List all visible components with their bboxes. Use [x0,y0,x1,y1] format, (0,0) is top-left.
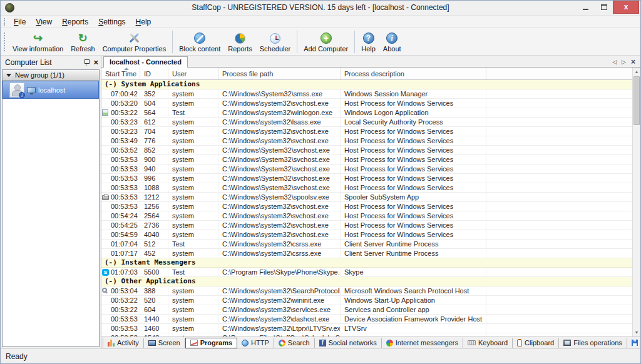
menu-settings[interactable]: Settings [93,16,130,28]
process-row[interactable]: 00:53:23704systemC:\Windows\system32\svc… [101,127,632,136]
maximize-button[interactable] [595,1,613,14]
group-header-row[interactable]: (-) Other Applications [101,277,632,286]
id-cell: 900 [140,155,168,164]
scheduler-icon [270,33,280,44]
scroll-up-icon[interactable] [633,68,640,76]
process-row[interactable]: 00:53:22564TestC:\Windows\system32\winlo… [101,108,632,118]
process-row[interactable]: 00:53:531212systemC:\Windows\System32\sp… [101,193,632,202]
process-row[interactable]: 00:53:22520systemC:\Windows\system32\win… [101,296,632,305]
path-cell: C:\Windows\System32\svchost.exe [218,155,341,164]
column-header-start-time[interactable]: Start Time [101,68,140,79]
column-header-description[interactable]: Process description [341,68,486,79]
scrollbar-thumb[interactable] [633,76,640,125]
tab-activity[interactable]: Activity [103,338,144,348]
menu-help[interactable]: Help [131,16,156,28]
process-row[interactable]: 00:53:22604systemC:\Windows\system32\ser… [101,305,632,315]
tab-programs[interactable]: Programs [185,338,237,348]
tab-clipboard[interactable]: Clipboard [513,338,559,348]
process-row[interactable]: 00:53:23612systemC:\Windows\system32\lsa… [101,118,632,127]
tab-localhost-connected[interactable]: localhost - Connected [103,56,188,68]
process-row[interactable]: 00:53:20504systemC:\Windows\system32\svc… [101,99,632,108]
group-header-row[interactable]: (-) Instant Messengers [101,258,632,268]
id-cell: 776 [140,136,168,146]
vertical-scrollbar[interactable] [632,68,640,336]
desc-cell: Host Process for Windows Services [341,202,486,211]
tab-screen[interactable]: Screen [144,338,185,348]
process-row[interactable]: 00:53:53900systemC:\Windows\System32\svc… [101,155,632,164]
process-row[interactable]: 00:53:04388systemC:\Windows\system32\Sea… [101,286,632,296]
menu-view[interactable]: View [31,16,57,28]
tree-group-row[interactable]: New group (1/1) [3,70,99,81]
tab-search[interactable]: Search [274,338,315,348]
process-row[interactable]: 01:07:04512TestC:\Windows\system32\csrss… [101,240,632,249]
panel-close-icon[interactable] [93,59,98,66]
start-time-cell: 00:53:22 [101,296,140,305]
tab-internet-messengers[interactable]: Internet messengers [382,338,463,348]
process-row[interactable]: 00:53:531088systemC:\Windows\System32\sv… [101,183,632,193]
tab-close-icon[interactable] [631,59,635,65]
process-row[interactable]: 01:07:17452systemC:\Windows\system32\csr… [101,249,632,258]
table-header: Start Time ID User Process file path Pro… [101,68,632,80]
tab-files[interactable]: Files [627,338,640,348]
computer-properties-icon [128,32,140,44]
process-row[interactable]: 00:53:531256systemC:\Windows\system32\sv… [101,202,632,211]
collapse-arrow-icon[interactable] [6,74,11,77]
tab-social-networks[interactable]: Social networks [315,338,382,348]
title-bar[interactable]: StaffCop - UNREGISTERED VERSION. 15 days… [1,1,640,16]
view-information-button[interactable]: View information [9,29,67,54]
process-row[interactable]: 00:53:52852systemC:\Windows\System32\svc… [101,146,632,155]
process-row[interactable]: 00:53:49776systemC:\Windows\system32\svc… [101,136,632,146]
tab-label: Programs [200,339,232,346]
process-row[interactable]: 00:53:531460systemC:\Windows\system32\Lt… [101,324,632,333]
column-header-user[interactable]: User [168,68,218,79]
process-row[interactable]: 00:54:594040systemC:\Windows\system32\sv… [101,230,632,240]
tab-scroll-right-icon[interactable] [622,59,626,65]
menu-file[interactable]: File [9,16,31,28]
computer-properties-button[interactable]: Computer Properties [99,29,170,54]
pin-icon[interactable] [84,59,89,66]
tree-item-localhost[interactable]: localhost [3,81,99,99]
scroll-down-icon[interactable] [633,328,640,336]
start-time-cell: 01:07:03 [101,268,140,277]
id-cell: 452 [140,249,168,258]
desc-cell: Host Process for Windows Services [341,183,486,193]
column-header-empty[interactable] [486,68,632,79]
about-button[interactable]: About [379,29,405,54]
block-content-button[interactable]: Block content [175,29,224,54]
process-row[interactable]: 01:07:035500TestC:\Program Files\Skype\P… [101,268,632,277]
close-button[interactable] [613,1,639,14]
refresh-button[interactable]: Refresh [67,29,99,54]
menu-drag-grip-icon[interactable] [4,18,5,26]
tab-label: Screen [158,339,180,346]
column-header-path[interactable]: Process file path [218,68,341,79]
process-row[interactable]: 00:53:53940systemC:\Windows\System32\svc… [101,164,632,174]
reports-button[interactable]: Reports [224,29,256,54]
tab-files-operations[interactable]: Files operations [559,338,627,348]
process-row[interactable]: 00:54:252736systemC:\Windows\system32\sv… [101,221,632,230]
minimize-button[interactable] [577,1,595,14]
tab-label: Search [288,339,310,346]
process-row[interactable]: 00:53:53996systemC:\Windows\System32\svc… [101,174,632,183]
id-cell: 388 [140,286,168,296]
process-row[interactable]: 00:53:531548systemC:\Program Files\Staff… [101,333,632,336]
column-header-id[interactable]: ID [140,68,168,79]
process-row[interactable]: 00:53:531440systemC:\Windows\system32\da… [101,315,632,324]
tab-label: Internet messengers [396,339,458,346]
group-header-row[interactable]: (-) System Applications [101,80,632,89]
empty-cell [486,108,632,118]
user-avatar-icon [9,83,24,98]
tab-keyboard[interactable]: Keyboard [463,338,513,348]
menu-reports[interactable]: Reports [57,16,93,28]
process-row[interactable]: 00:54:242564systemC:\Windows\system32\sv… [101,211,632,221]
user-cell: system [168,118,218,127]
start-time-cell: 00:53:53 [101,202,140,211]
add-computer-button[interactable]: Add Computer [300,29,352,54]
empty-cell [486,249,632,258]
process-row[interactable]: 07:00:42352systemC:\Windows\System32\sms… [101,89,632,99]
help-button[interactable]: Help [357,29,379,54]
tab-scroll-left-icon[interactable] [612,59,617,65]
tab-http[interactable]: HTTP [237,338,274,348]
toolbar-drag-grip-icon[interactable] [4,33,5,51]
scheduler-button[interactable]: Scheduler [256,29,295,54]
toolbar-separator [354,31,355,53]
